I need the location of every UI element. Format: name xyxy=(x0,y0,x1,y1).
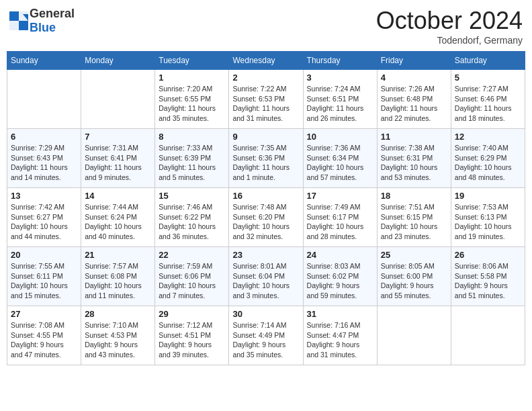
day-number: 5 xyxy=(455,73,521,83)
day-info: Sunrise: 7:53 AMSunset: 6:13 PMDaylight:… xyxy=(455,202,521,242)
calendar-week-row: 13Sunrise: 7:42 AMSunset: 6:27 PMDayligh… xyxy=(7,188,525,247)
day-info: Sunrise: 7:42 AMSunset: 6:27 PMDaylight:… xyxy=(11,202,77,242)
day-info: Sunrise: 8:05 AMSunset: 6:00 PMDaylight:… xyxy=(381,261,447,301)
day-number: 30 xyxy=(232,309,299,319)
day-info: Sunrise: 7:44 AMSunset: 6:24 PMDaylight:… xyxy=(85,202,151,242)
day-number: 28 xyxy=(85,309,151,319)
day-number: 15 xyxy=(159,191,225,201)
day-info: Sunrise: 7:46 AMSunset: 6:22 PMDaylight:… xyxy=(159,202,225,242)
day-number: 22 xyxy=(159,250,225,260)
weekday-header: Friday xyxy=(377,52,451,70)
calendar-cell: 7Sunrise: 7:31 AMSunset: 6:41 PMDaylight… xyxy=(81,129,155,188)
calendar-week-row: 6Sunrise: 7:29 AMSunset: 6:43 PMDaylight… xyxy=(7,129,525,188)
calendar-cell: 6Sunrise: 7:29 AMSunset: 6:43 PMDaylight… xyxy=(7,129,81,188)
day-info: Sunrise: 7:59 AMSunset: 6:06 PMDaylight:… xyxy=(159,261,225,301)
calendar-week-row: 20Sunrise: 7:55 AMSunset: 6:11 PMDayligh… xyxy=(7,247,525,306)
day-number: 2 xyxy=(232,73,299,83)
calendar-cell: 27Sunrise: 7:08 AMSunset: 4:55 PMDayligh… xyxy=(7,306,81,365)
day-info: Sunrise: 7:12 AMSunset: 4:51 PMDaylight:… xyxy=(159,320,225,360)
month-title: October 2024 xyxy=(376,7,523,35)
day-info: Sunrise: 7:29 AMSunset: 6:43 PMDaylight:… xyxy=(11,143,77,183)
calendar-cell: 11Sunrise: 7:38 AMSunset: 6:31 PMDayligh… xyxy=(377,129,451,188)
day-info: Sunrise: 7:31 AMSunset: 6:41 PMDaylight:… xyxy=(85,143,151,183)
calendar-cell: 17Sunrise: 7:49 AMSunset: 6:17 PMDayligh… xyxy=(303,188,377,247)
day-number: 27 xyxy=(11,309,77,319)
day-info: Sunrise: 7:55 AMSunset: 6:11 PMDaylight:… xyxy=(11,261,77,301)
calendar-cell xyxy=(377,306,451,365)
logo-icon xyxy=(9,11,28,30)
day-number: 23 xyxy=(232,250,299,260)
calendar-cell: 5Sunrise: 7:27 AMSunset: 6:46 PMDaylight… xyxy=(451,70,525,129)
calendar-week-row: 27Sunrise: 7:08 AMSunset: 4:55 PMDayligh… xyxy=(7,306,525,365)
calendar-cell xyxy=(81,70,155,129)
calendar-cell: 16Sunrise: 7:48 AMSunset: 6:20 PMDayligh… xyxy=(229,188,303,247)
day-info: Sunrise: 7:20 AMSunset: 6:55 PMDaylight:… xyxy=(159,84,225,124)
day-number: 13 xyxy=(11,191,77,201)
calendar-cell: 15Sunrise: 7:46 AMSunset: 6:22 PMDayligh… xyxy=(155,188,229,247)
weekday-header: Wednesday xyxy=(229,52,303,70)
day-info: Sunrise: 7:51 AMSunset: 6:15 PMDaylight:… xyxy=(381,202,447,242)
day-number: 3 xyxy=(307,73,373,83)
day-info: Sunrise: 7:26 AMSunset: 6:48 PMDaylight:… xyxy=(381,84,447,124)
calendar-cell: 8Sunrise: 7:33 AMSunset: 6:39 PMDaylight… xyxy=(155,129,229,188)
day-number: 26 xyxy=(455,250,521,260)
calendar-cell: 4Sunrise: 7:26 AMSunset: 6:48 PMDaylight… xyxy=(377,70,451,129)
day-info: Sunrise: 8:03 AMSunset: 6:02 PMDaylight:… xyxy=(307,261,373,301)
calendar-cell: 13Sunrise: 7:42 AMSunset: 6:27 PMDayligh… xyxy=(7,188,81,247)
calendar-table: SundayMondayTuesdayWednesdayThursdayFrid… xyxy=(7,51,525,365)
logo-blue-text: Blue xyxy=(30,21,56,34)
svg-rect-3 xyxy=(19,21,28,30)
calendar-cell: 24Sunrise: 8:03 AMSunset: 6:02 PMDayligh… xyxy=(303,247,377,306)
day-number: 19 xyxy=(455,191,521,201)
day-number: 9 xyxy=(232,132,299,142)
calendar-cell: 28Sunrise: 7:10 AMSunset: 4:53 PMDayligh… xyxy=(81,306,155,365)
day-info: Sunrise: 7:38 AMSunset: 6:31 PMDaylight:… xyxy=(381,143,447,183)
weekday-header: Monday xyxy=(81,52,155,70)
day-number: 14 xyxy=(85,191,151,201)
day-number: 20 xyxy=(11,250,77,260)
day-info: Sunrise: 7:36 AMSunset: 6:34 PMDaylight:… xyxy=(307,143,373,183)
calendar-cell: 25Sunrise: 8:05 AMSunset: 6:00 PMDayligh… xyxy=(377,247,451,306)
calendar-week-row: 1Sunrise: 7:20 AMSunset: 6:55 PMDaylight… xyxy=(7,70,525,129)
day-number: 21 xyxy=(85,250,151,260)
weekday-header: Saturday xyxy=(451,52,525,70)
calendar-cell xyxy=(451,306,525,365)
day-info: Sunrise: 7:08 AMSunset: 4:55 PMDaylight:… xyxy=(11,320,77,360)
calendar-cell: 18Sunrise: 7:51 AMSunset: 6:15 PMDayligh… xyxy=(377,188,451,247)
calendar-cell: 3Sunrise: 7:24 AMSunset: 6:51 PMDaylight… xyxy=(303,70,377,129)
day-number: 1 xyxy=(159,73,225,83)
day-info: Sunrise: 7:14 AMSunset: 4:49 PMDaylight:… xyxy=(232,320,299,360)
title-block: October 2024 Todendorf, Germany xyxy=(376,7,523,46)
day-number: 17 xyxy=(307,191,373,201)
day-info: Sunrise: 7:49 AMSunset: 6:17 PMDaylight:… xyxy=(307,202,373,242)
svg-rect-2 xyxy=(9,21,19,30)
day-number: 18 xyxy=(381,191,447,201)
day-number: 11 xyxy=(381,132,447,142)
calendar-cell: 14Sunrise: 7:44 AMSunset: 6:24 PMDayligh… xyxy=(81,188,155,247)
day-info: Sunrise: 7:35 AMSunset: 6:36 PMDaylight:… xyxy=(232,143,299,183)
calendar-cell: 1Sunrise: 7:20 AMSunset: 6:55 PMDaylight… xyxy=(155,70,229,129)
day-number: 29 xyxy=(159,309,225,319)
day-number: 6 xyxy=(11,132,77,142)
day-info: Sunrise: 7:10 AMSunset: 4:53 PMDaylight:… xyxy=(85,320,151,360)
calendar-cell: 31Sunrise: 7:16 AMSunset: 4:47 PMDayligh… xyxy=(303,306,377,365)
day-info: Sunrise: 7:22 AMSunset: 6:53 PMDaylight:… xyxy=(232,84,299,124)
day-info: Sunrise: 8:06 AMSunset: 5:58 PMDaylight:… xyxy=(455,261,521,301)
calendar-cell: 19Sunrise: 7:53 AMSunset: 6:13 PMDayligh… xyxy=(451,188,525,247)
weekday-header-row: SundayMondayTuesdayWednesdayThursdayFrid… xyxy=(7,52,525,70)
calendar-cell: 2Sunrise: 7:22 AMSunset: 6:53 PMDaylight… xyxy=(229,70,303,129)
day-info: Sunrise: 7:48 AMSunset: 6:20 PMDaylight:… xyxy=(232,202,299,242)
day-number: 4 xyxy=(381,73,447,83)
day-number: 10 xyxy=(307,132,373,142)
calendar-cell: 9Sunrise: 7:35 AMSunset: 6:36 PMDaylight… xyxy=(229,129,303,188)
calendar-cell: 12Sunrise: 7:40 AMSunset: 6:29 PMDayligh… xyxy=(451,129,525,188)
day-info: Sunrise: 8:01 AMSunset: 6:04 PMDaylight:… xyxy=(232,261,299,301)
day-info: Sunrise: 7:40 AMSunset: 6:29 PMDaylight:… xyxy=(455,143,521,183)
calendar-cell: 29Sunrise: 7:12 AMSunset: 4:51 PMDayligh… xyxy=(155,306,229,365)
page-header: General Blue October 2024 Todendorf, Ger… xyxy=(7,7,525,46)
day-info: Sunrise: 7:27 AMSunset: 6:46 PMDaylight:… xyxy=(455,84,521,124)
day-number: 31 xyxy=(307,309,373,319)
calendar-cell: 26Sunrise: 8:06 AMSunset: 5:58 PMDayligh… xyxy=(451,247,525,306)
day-number: 12 xyxy=(455,132,521,142)
day-info: Sunrise: 7:24 AMSunset: 6:51 PMDaylight:… xyxy=(307,84,373,124)
